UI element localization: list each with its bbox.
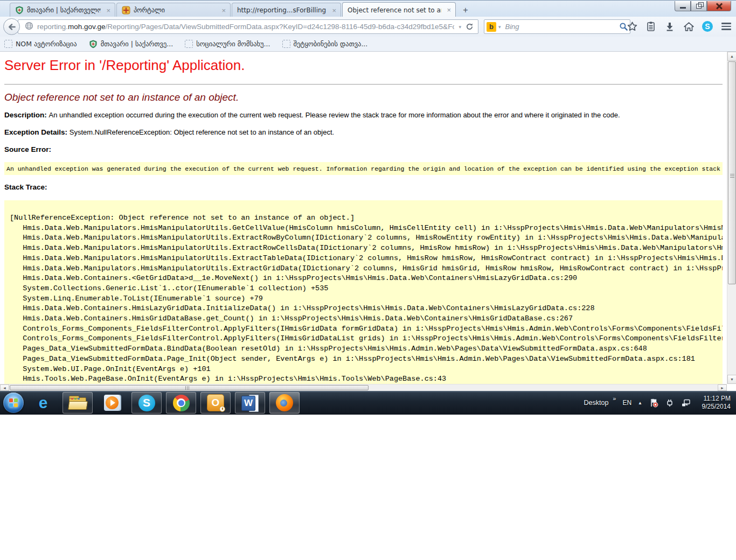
hidden-icons-chevron-icon[interactable]: ▲ xyxy=(638,401,642,405)
stack-trace-box: [NullReferenceException: Object referenc… xyxy=(4,200,723,384)
scroll-grip xyxy=(730,174,734,178)
default-favicon-icon xyxy=(185,40,193,48)
url-bar-controls: ▾ xyxy=(454,23,478,31)
new-tab-button[interactable]: + xyxy=(459,4,473,17)
minimize-button[interactable] xyxy=(675,1,691,11)
action-center-flag-icon[interactable] xyxy=(649,398,658,408)
scroll-up-icon[interactable]: ▲ xyxy=(727,52,736,61)
reload-icon[interactable] xyxy=(466,23,474,31)
default-favicon-icon xyxy=(4,40,12,48)
error-subtitle: Object reference not set to an instance … xyxy=(4,92,239,103)
tray-clock[interactable]: 11:12 PM 9/25/2014 xyxy=(697,395,731,411)
toolbar-icons: S xyxy=(626,20,733,33)
taskbar-chrome[interactable] xyxy=(166,392,196,414)
bookmark-label: სოციალური მომსახუ... xyxy=(196,40,270,48)
url-bar[interactable]: reporting.moh.gov.ge/Reporting/Pages/Dat… xyxy=(18,19,478,34)
taskbar-outlook[interactable]: O xyxy=(200,392,231,414)
back-button[interactable] xyxy=(3,18,20,35)
tab-label: მთავარი | საქართველოს ... xyxy=(27,6,101,14)
bookmarks-toolbar: NOM ავტორიზაცია მთავარი | საქართვე... სო… xyxy=(0,37,736,52)
tab-strip: მთავარი | საქართველოს ... × პორტალი × ht… xyxy=(10,2,473,17)
minimize-icon xyxy=(680,7,686,9)
restore-button[interactable] xyxy=(691,1,707,11)
shield-favicon-icon xyxy=(15,6,24,15)
description-label: Description: xyxy=(4,111,49,119)
taskbar-internet-explorer[interactable]: e xyxy=(28,392,58,414)
taskbar-firefox[interactable] xyxy=(269,392,300,414)
scroll-down-icon[interactable]: ▼ xyxy=(727,375,736,384)
network-icon[interactable] xyxy=(681,398,691,408)
url-dropdown-icon[interactable]: ▾ xyxy=(459,24,461,30)
error-page: Server Error in '/Reporting' Application… xyxy=(0,52,727,384)
browser-titlebar: მთავარი | საქართველოს ... × პორტალი × ht… xyxy=(0,0,736,17)
desktop-screen: მთავარი | საქართველოს ... × პორტალი × ht… xyxy=(0,0,736,560)
taskbar-skype[interactable]: S xyxy=(131,392,162,414)
description-line: Description: An unhandled exception occu… xyxy=(4,111,721,119)
downloads-icon[interactable] xyxy=(663,20,676,33)
search-bar[interactable]: b ▾ Bing xyxy=(484,19,630,34)
bookmarks-menu-icon[interactable] xyxy=(644,20,657,33)
tab-close-icon[interactable]: × xyxy=(104,7,110,14)
scroll-right-icon[interactable]: ► xyxy=(718,384,727,391)
vertical-scrollbar[interactable]: ▲ ▼ xyxy=(727,52,736,384)
tab-portali[interactable]: პორტალი × xyxy=(116,3,231,17)
taskbar-media-player[interactable] xyxy=(97,392,127,414)
start-button[interactable] xyxy=(3,393,24,413)
source-error-heading: Source Error: xyxy=(4,145,721,153)
globe-icon xyxy=(25,22,33,32)
skype-icon: S xyxy=(138,395,155,411)
stack-trace-heading: Stack Trace: xyxy=(4,183,721,191)
windows-explorer-icon xyxy=(68,396,87,410)
tab-reporting-billing[interactable]: http://reporting...sForBilling.aspx × xyxy=(232,3,341,17)
page-title: Server Error in '/Reporting' Application… xyxy=(4,57,245,74)
exception-details-text: System.NullReferenceException: Object re… xyxy=(70,128,334,136)
bookmark-label: შეტყობინების დათვა... xyxy=(294,40,368,48)
system-tray: Desktop» EN ▲ 11:12 PM 9/25/2014 xyxy=(584,391,733,415)
scroll-left-icon[interactable]: ◄ xyxy=(0,384,9,391)
close-icon xyxy=(716,3,723,9)
bookmark-nom-authorization[interactable]: NOM ავტორიზაცია xyxy=(4,40,77,48)
taskbar-word[interactable]: W xyxy=(235,392,265,414)
tab-object-reference-error[interactable]: Object reference not set to an i... × xyxy=(342,2,456,17)
exception-details-line: Exception Details: System.NullReferenceE… xyxy=(4,128,721,136)
scroll-grip xyxy=(185,386,190,390)
taskbar-windows-explorer[interactable] xyxy=(63,392,93,414)
navigation-toolbar: reporting.moh.gov.ge/Reporting/Pages/Dat… xyxy=(0,17,736,37)
bookmark-mtavari[interactable]: მთავარი | საქართვე... xyxy=(89,40,173,48)
horizontal-scrollbar[interactable]: ◄ ► xyxy=(0,384,727,391)
tab-label: http://reporting...sForBilling.aspx xyxy=(237,6,327,14)
tab-close-icon[interactable]: × xyxy=(330,7,336,14)
tab-close-icon[interactable]: × xyxy=(445,6,451,13)
bookmark-star-icon[interactable] xyxy=(626,20,638,33)
search-input[interactable]: Bing xyxy=(505,23,617,31)
power-plug-icon[interactable] xyxy=(665,398,675,408)
outlook-icon: O xyxy=(207,394,224,411)
chevron-icon[interactable]: » xyxy=(613,395,616,402)
tab-close-icon[interactable]: × xyxy=(219,7,226,14)
skype-toolbar-icon[interactable]: S xyxy=(701,20,714,33)
bookmark-social-services[interactable]: სოციალური მომსახუ... xyxy=(185,40,270,48)
source-error-box: An unhandled exception was generated dur… xyxy=(4,162,723,175)
emblem-favicon-icon xyxy=(122,6,130,15)
tray-date: 9/25/2014 xyxy=(702,403,731,410)
search-engine-dropdown-icon[interactable]: ▾ xyxy=(498,24,501,30)
exception-details-label: Exception Details: xyxy=(4,128,70,136)
default-favicon-icon xyxy=(282,40,290,48)
shield-favicon-icon xyxy=(89,40,98,48)
description-text: An unhandled exception occurred during t… xyxy=(49,111,620,119)
tab-mtavari[interactable]: მთავარი | საქართველოს ... × xyxy=(10,3,115,17)
window-controls xyxy=(675,1,731,11)
url-domain: moh.gov.ge xyxy=(68,23,106,31)
language-indicator[interactable]: EN xyxy=(622,399,631,407)
vertical-scroll-thumb[interactable] xyxy=(728,61,736,284)
close-button[interactable] xyxy=(707,1,731,11)
bookmark-label: მთავარი | საქართვე... xyxy=(101,40,173,48)
url-path: /Reporting/Pages/Data/ViewSubmittedFormD… xyxy=(106,23,455,31)
restore-icon xyxy=(696,4,702,9)
bookmark-notifications[interactable]: შეტყობინების დათვა... xyxy=(282,40,368,48)
menu-hamburger-icon[interactable] xyxy=(720,20,733,33)
tab-label: Object reference not set to an i... xyxy=(348,6,441,14)
horizontal-scroll-thumb[interactable] xyxy=(10,385,369,390)
desktop-toolbar[interactable]: Desktop» xyxy=(584,399,616,407)
home-icon[interactable] xyxy=(682,20,695,33)
